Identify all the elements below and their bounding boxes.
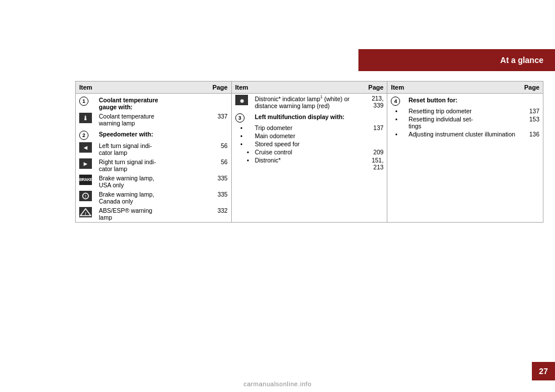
temp-icon: 🌡 — [79, 113, 92, 123]
icon-cell-left-turn: ◄ — [76, 141, 95, 157]
icon-cell-abs: ! — [76, 206, 95, 222]
right-turn-icon: ► — [79, 158, 92, 169]
brake-ca-text: Brake warning lamp,Canada only — [95, 190, 208, 206]
stored-speed-text: Stored speed for — [251, 140, 364, 148]
cruise-control-text: Cruise control — [251, 148, 364, 156]
distronic-lamp-page: 213,339 — [364, 94, 387, 110]
section-number-3: 3 — [232, 110, 251, 124]
table3-page-header: Page — [520, 82, 543, 94]
table-row: • Resetting trip odometer 137 — [387, 107, 543, 115]
icon-cell-distronic: ◉ — [232, 94, 251, 110]
left-turn-icon: ◄ — [79, 142, 92, 153]
distronic-text: Distronic* — [251, 156, 364, 171]
bullet-reset1-icon: • — [387, 107, 405, 115]
table-row: 4 Reset button for: — [387, 94, 543, 108]
bullet-reset2-icon: • — [387, 115, 405, 130]
table1-page-header: Page — [208, 82, 231, 94]
sub-bullet-cruise-icon: • — [232, 148, 251, 156]
watermark: carmanualsonline.info — [243, 380, 312, 387]
svg-text:!: ! — [85, 194, 86, 198]
table3-item-header: Item — [387, 82, 520, 94]
trip-odometer-page: 137 — [364, 124, 387, 132]
svg-text:🌡: 🌡 — [83, 115, 88, 121]
brake-usa-text: Brake warning lamp,USA only — [95, 173, 208, 190]
table-row: 🌡 Coolant temperaturewarning lamp 337 — [76, 112, 231, 128]
brake-ca-icon: ! — [79, 191, 92, 201]
svg-text:►: ► — [83, 160, 89, 167]
table-row: ! Brake warning lamp,Canada only 335 — [76, 190, 231, 206]
adjust-illumination-page: 136 — [520, 130, 543, 138]
header-title: At a glance — [500, 56, 543, 65]
sub-bullet-distronic-icon: • — [232, 156, 251, 171]
section4-heading: Reset button for: — [405, 94, 520, 108]
brake-usa-icon: BRAKE — [79, 175, 92, 185]
table-row: ► Right turn signal indi-cator lamp 56 — [76, 157, 231, 173]
table-row: ◉ Distronic* indicator lamp1 (white) or … — [232, 94, 387, 110]
table-row: BRAKE Brake warning lamp,USA only 335 — [76, 173, 231, 190]
table-panel-3: Item Page 4 Reset button for: • Resettin… — [387, 81, 543, 223]
table-row: • Main odometer — [232, 132, 387, 140]
table-row: ◄ Left turn signal indi-cator lamp 56 — [76, 141, 231, 157]
section-number-2: 2 — [76, 128, 95, 141]
coolant-lamp-page: 337 — [208, 112, 231, 128]
section3-heading: Left multifunction display with: — [251, 110, 364, 124]
bullet-1-icon: • — [232, 124, 251, 132]
header-bar: At a glance — [358, 49, 555, 71]
reset-individual-text: Resetting individual set-tings — [405, 115, 520, 130]
brake-usa-page: 335 — [208, 173, 231, 190]
adjust-illumination-text: Adjusting instrument cluster illuminatio… — [405, 130, 520, 138]
coolant-lamp-text: Coolant temperaturewarning lamp — [95, 112, 208, 128]
table-row: • Adjusting instrument cluster illuminat… — [387, 130, 543, 138]
right-turn-page: 56 — [208, 157, 231, 173]
svg-text:◄: ◄ — [83, 144, 89, 151]
section-number-1: 1 — [76, 94, 95, 112]
section2-heading: Speedometer with: — [95, 128, 208, 141]
table2-item-header: Item — [232, 82, 364, 94]
left-turn-text: Left turn signal indi-cator lamp — [95, 141, 208, 157]
svg-text:◉: ◉ — [239, 98, 243, 103]
table1-item-header: Item — [76, 82, 208, 94]
right-turn-text: Right turn signal indi-cator lamp — [95, 157, 208, 173]
main-odometer-text: Main odometer — [251, 132, 364, 140]
table-row: 3 Left multifunction display with: — [232, 110, 387, 124]
table-row: • Trip odometer 137 — [232, 124, 387, 132]
cruise-control-page: 209 — [364, 148, 387, 156]
section-number-4: 4 — [387, 94, 405, 108]
bullet-3-icon: • — [232, 140, 251, 148]
main-content: Item Page 1 Coolant temperaturegauge wit… — [75, 81, 543, 223]
page-number: 27 — [539, 367, 548, 376]
icon-cell-brake-usa: BRAKE — [76, 173, 95, 190]
reset-trip-page: 137 — [520, 107, 543, 115]
bullet-reset3-icon: • — [387, 130, 405, 138]
trip-odometer-text: Trip odometer — [251, 124, 364, 132]
table2-page-header: Page — [364, 82, 387, 94]
main-odometer-page — [364, 132, 387, 140]
table-panel-1: Item Page 1 Coolant temperaturegauge wit… — [75, 81, 232, 223]
table-row: • Stored speed for — [232, 140, 387, 148]
bullet-2-icon: • — [232, 132, 251, 140]
table-row: • Cruise control 209 — [232, 148, 387, 156]
distronic-icon: ◉ — [235, 95, 248, 105]
section2-page — [208, 128, 231, 141]
section4-page — [520, 94, 543, 108]
section3-page — [364, 110, 387, 124]
section1-heading: Coolant temperaturegauge with: — [95, 94, 208, 112]
svg-text:!: ! — [85, 212, 86, 216]
table-row: 1 Coolant temperaturegauge with: — [76, 94, 231, 112]
table-row: ! ABS/ESP® warninglamp 332 — [76, 206, 231, 222]
page-number-box: 27 — [532, 362, 555, 380]
distronic-page: 151,213 — [364, 156, 387, 171]
stored-speed-page — [364, 140, 387, 148]
icon-cell-temp: 🌡 — [76, 112, 95, 128]
abs-icon: ! — [79, 207, 92, 217]
table-row: 2 Speedometer with: — [76, 128, 231, 141]
reset-individual-page: 153 — [520, 115, 543, 130]
abs-text: ABS/ESP® warninglamp — [95, 206, 208, 222]
icon-cell-right-turn: ► — [76, 157, 95, 173]
abs-page: 332 — [208, 206, 231, 222]
table-panel-2: Item Page ◉ Distronic* indic — [232, 81, 388, 223]
table-row: • Distronic* 151,213 — [232, 156, 387, 171]
distronic-lamp-text: Distronic* indicator lamp1 (white) or di… — [251, 94, 364, 110]
reset-trip-text: Resetting trip odometer — [405, 107, 520, 115]
table-row: • Resetting individual set-tings 153 — [387, 115, 543, 130]
